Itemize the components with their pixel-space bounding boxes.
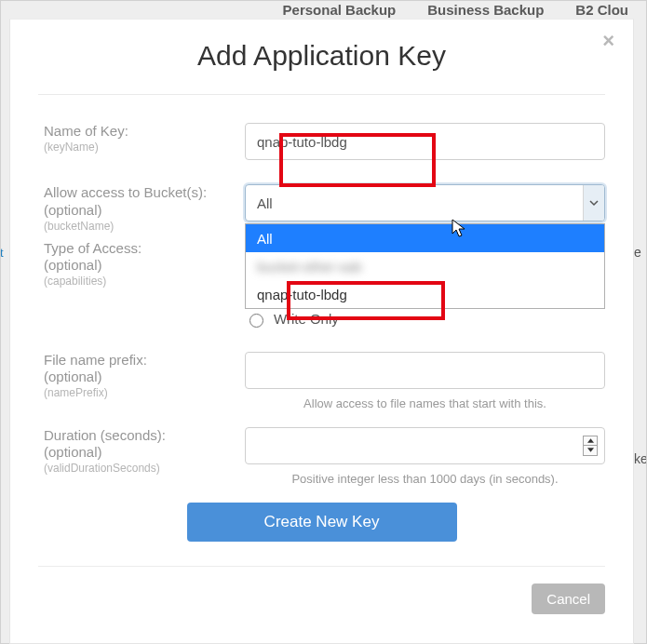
bucket-option-qnap[interactable]: qnap-tuto-lbdg <box>246 280 604 308</box>
duration-input[interactable] <box>245 427 605 464</box>
number-spinner <box>583 436 598 456</box>
api-key-name: (keyName) <box>44 141 245 154</box>
divider <box>38 566 605 567</box>
label-key-name: Name of Key: <box>44 123 245 141</box>
bucket-select-value: All <box>257 195 273 211</box>
dialog-title: Add Application Key <box>38 40 605 72</box>
sub-duration: (optional) <box>44 444 245 462</box>
label-prefix: File name prefix: <box>44 352 245 369</box>
prefix-helper: Allow access to file names that start wi… <box>245 396 605 410</box>
chevron-down-icon[interactable] <box>583 185 604 221</box>
close-icon[interactable]: × <box>602 31 614 51</box>
create-new-key-button[interactable]: Create New Key <box>187 503 457 542</box>
write-only-radio[interactable] <box>249 314 263 328</box>
write-only-label: Write Only <box>274 311 339 327</box>
bucket-option-blurred[interactable]: bucket-other-xab <box>246 252 604 280</box>
spinner-up-icon[interactable] <box>584 436 597 447</box>
key-name-input[interactable] <box>245 123 605 160</box>
api-bucket: (bucketName) <box>44 220 245 233</box>
label-duration: Duration (seconds): <box>44 427 245 445</box>
form: Name of Key: (keyName) Allow access to B… <box>38 95 605 614</box>
spinner-down-icon[interactable] <box>584 446 597 455</box>
sub-prefix: (optional) <box>44 369 245 386</box>
label-bucket: Allow access to Bucket(s): <box>44 184 245 202</box>
bucket-dropdown: All bucket-other-xab qnap-tuto-lbdg <box>245 223 605 309</box>
duration-helper: Positive integer less than 1000 days (in… <box>245 472 605 486</box>
label-access: Type of Access: <box>44 240 245 258</box>
prefix-input[interactable] <box>245 352 605 389</box>
sub-access: (optional) <box>44 257 245 275</box>
api-duration: (validDurationSeconds) <box>44 462 245 475</box>
api-prefix: (namePrefix) <box>44 386 245 399</box>
bucket-select[interactable]: All <box>245 184 605 221</box>
cancel-button[interactable]: Cancel <box>532 584 605 614</box>
add-application-key-dialog: × Add Application Key Name of Key: (keyN… <box>9 19 634 644</box>
api-access: (capabilities) <box>44 275 245 288</box>
sub-bucket: (optional) <box>44 202 245 220</box>
bucket-option-all[interactable]: All <box>246 224 604 252</box>
